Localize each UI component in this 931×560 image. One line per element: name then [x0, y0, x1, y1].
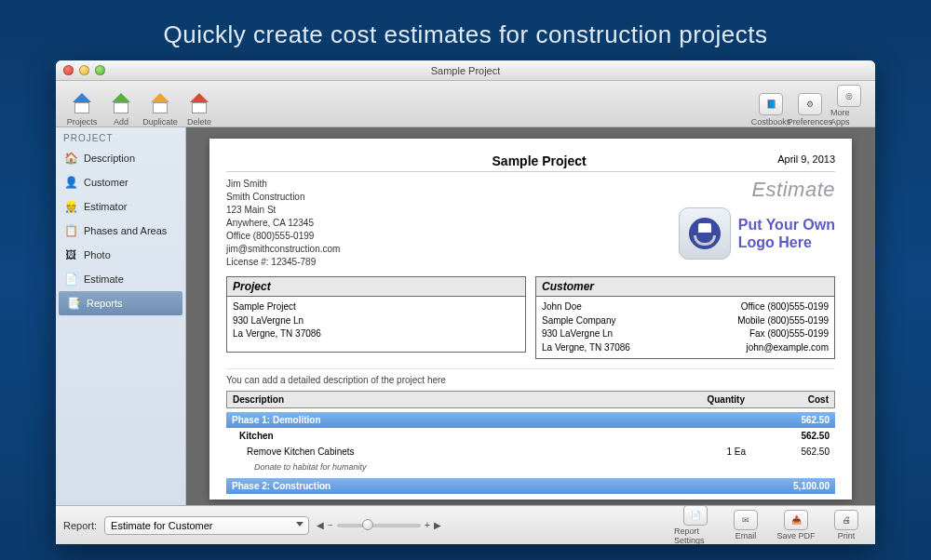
- report-select[interactable]: Estimate for Customer: [104, 516, 309, 535]
- sidebar-icon: 👤: [63, 175, 78, 190]
- sidebar-icon: 👷: [63, 199, 78, 214]
- email-button[interactable]: ✉ Email: [724, 510, 767, 540]
- printer-icon: 🖨: [834, 510, 858, 530]
- logo-placeholder-icon: [679, 207, 731, 260]
- toolbar-label: Add: [114, 117, 128, 127]
- preferences-button[interactable]: ⚙ Preferences: [791, 84, 829, 127]
- sidebar-icon: 📄: [63, 272, 78, 287]
- table-row: Remove Kitchen Cabinets1 Ea562.50: [226, 444, 835, 460]
- estimate-table: Description Quantity Cost Phase 1: Demol…: [226, 391, 835, 494]
- toolbar-label: More Apps: [830, 108, 868, 127]
- page-title: Sample Project: [301, 153, 777, 168]
- business-block: Jim Smith Smith Construction 123 Main St…: [226, 178, 340, 269]
- project-description: You can add a detailed description of th…: [226, 368, 835, 385]
- toolbar-label: Delete: [187, 117, 211, 127]
- bottom-toolbar: Report: Estimate for Customer ◀ − + ▶ 📄 …: [56, 505, 875, 544]
- sidebar-item-estimator[interactable]: 👷Estimator: [56, 194, 185, 219]
- customer-box: Customer John Doe Sample Company 930 LaV…: [535, 276, 835, 359]
- sidebar-item-estimate[interactable]: 📄Estimate: [56, 267, 185, 291]
- gear-icon: ⚙: [798, 93, 822, 115]
- window-title: Sample Project: [56, 65, 875, 76]
- toolbar-label: Projects: [67, 117, 98, 127]
- sidebar-item-photo[interactable]: 🖼Photo: [56, 243, 185, 267]
- sidebar-section-header: PROJECT: [56, 127, 185, 146]
- zoom-slider[interactable]: ◀ − + ▶: [317, 520, 441, 530]
- page-back-icon[interactable]: ◀: [317, 520, 324, 530]
- table-row: Phase 1: Demolition562.50: [226, 412, 835, 428]
- project-box: Project Sample Project 930 LaVergne Ln L…: [226, 276, 526, 359]
- report-settings-button[interactable]: 📄 Report Settings: [674, 505, 717, 544]
- sidebar-icon: 🖼: [63, 247, 78, 262]
- costbooks-button[interactable]: 📘 Costbooks: [752, 84, 789, 127]
- apps-icon: ◎: [837, 85, 861, 107]
- house-icon: [71, 95, 93, 113]
- more-apps-button[interactable]: ◎ More Apps: [830, 84, 868, 127]
- house-add-icon: [110, 95, 132, 113]
- delete-button[interactable]: Delete: [181, 84, 218, 127]
- document-pane: Sample Project April 9, 2013 Jim Smith S…: [186, 127, 875, 505]
- sidebar-item-customer[interactable]: 👤Customer: [56, 170, 185, 194]
- print-button[interactable]: 🖨 Print: [825, 510, 868, 540]
- sidebar-item-label: Photo: [84, 249, 111, 260]
- sidebar-item-label: Estimator: [84, 201, 127, 212]
- envelope-icon: ✉: [734, 510, 758, 530]
- marketing-headline: Quickly create cost estimates for constr…: [0, 0, 931, 60]
- toolbar-label: Duplicate: [142, 117, 178, 127]
- titlebar: Sample Project: [56, 60, 875, 81]
- book-icon: 📘: [759, 93, 783, 115]
- pdf-icon: 📥: [784, 510, 808, 530]
- table-row: Kitchen562.50: [226, 428, 835, 444]
- report-date: April 9, 2013: [777, 153, 835, 168]
- add-button[interactable]: Add: [102, 84, 140, 127]
- app-window: Sample Project Projects Add Duplicate De…: [56, 60, 875, 544]
- house-delete-icon: [188, 95, 210, 113]
- sidebar-item-phases-and-areas[interactable]: 📋Phases and Areas: [56, 219, 185, 243]
- sidebar-item-label: Estimate: [84, 273, 124, 285]
- sidebar-item-label: Reports: [87, 298, 123, 309]
- page-forward-icon[interactable]: ▶: [434, 520, 441, 530]
- zoom-in-icon[interactable]: +: [425, 520, 430, 530]
- sidebar-item-reports[interactable]: 📑Reports: [59, 291, 182, 315]
- table-row: Phase 2: Construction5,100.00: [226, 478, 835, 494]
- sidebar-item-label: Phases and Areas: [84, 225, 167, 236]
- sidebar-icon: 📑: [66, 296, 81, 311]
- sidebar-icon: 📋: [63, 223, 78, 238]
- estimate-heading: Estimate: [679, 178, 835, 202]
- sidebar: PROJECT 🏠Description👤Customer👷Estimator📋…: [56, 127, 186, 505]
- settings-doc-icon: 📄: [683, 505, 708, 526]
- sidebar-item-label: Description: [84, 153, 135, 164]
- sidebar-item-description[interactable]: 🏠Description: [56, 146, 185, 170]
- toolbar-label: Costbooks: [751, 117, 791, 127]
- projects-button[interactable]: Projects: [63, 84, 101, 127]
- sidebar-item-label: Customer: [84, 177, 128, 188]
- logo-placeholder-text: Put Your Own Logo Here: [738, 216, 835, 251]
- report-page: Sample Project April 9, 2013 Jim Smith S…: [209, 139, 852, 500]
- report-label: Report:: [63, 520, 97, 531]
- toolbar: Projects Add Duplicate Delete 📘 Costbook…: [56, 81, 875, 127]
- duplicate-button[interactable]: Duplicate: [142, 84, 179, 127]
- house-duplicate-icon: [149, 95, 171, 113]
- sidebar-icon: 🏠: [63, 151, 78, 166]
- save-pdf-button[interactable]: 📥 Save PDF: [775, 510, 817, 540]
- toolbar-label: Preferences: [788, 117, 833, 127]
- zoom-out-icon[interactable]: −: [328, 520, 333, 530]
- table-row: Donate to habitat for humanity: [226, 460, 835, 474]
